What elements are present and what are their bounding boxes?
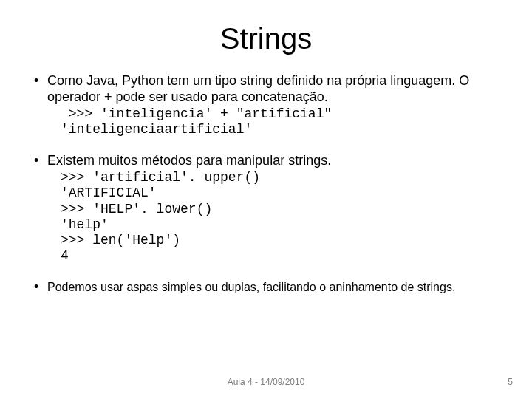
footer-center: Aula 4 - 14/09/2010	[0, 377, 532, 387]
code-block: >>> 'artificial'. upper() 'ARTIFICIAL' >…	[47, 170, 502, 264]
bullet-text: Podemos usar aspas simples ou duplas, fa…	[47, 281, 455, 293]
code-block: >>> 'inteligencia' + "artificial" 'intel…	[47, 106, 502, 137]
slide: Strings Como Java, Python tem um tipo st…	[0, 0, 532, 399]
bullet-item: Podemos usar aspas simples ou duplas, fa…	[30, 279, 502, 296]
slide-title: Strings	[30, 22, 502, 55]
slide-number: 5	[508, 377, 513, 387]
bullet-item: Como Java, Python tem um tipo string def…	[30, 73, 502, 138]
bullet-text: Como Java, Python tem um tipo string def…	[47, 73, 469, 104]
bullet-item: Existem muitos métodos para manipular st…	[30, 153, 502, 265]
bullet-list: Como Java, Python tem um tipo string def…	[30, 73, 502, 295]
bullet-text: Existem muitos métodos para manipular st…	[47, 153, 331, 168]
